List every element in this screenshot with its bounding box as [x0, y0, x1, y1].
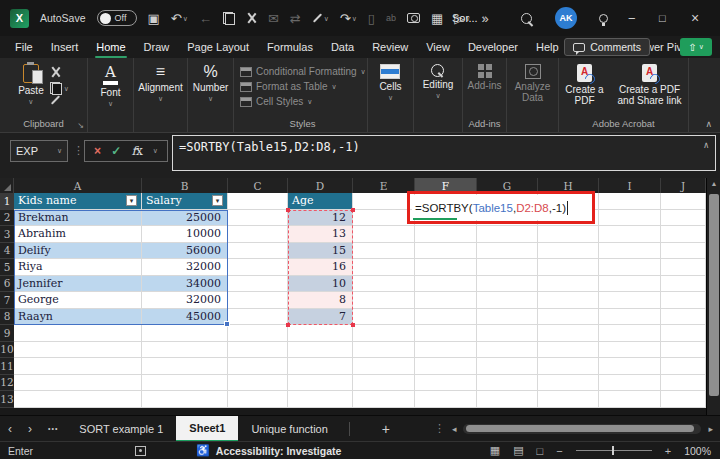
row-header-1[interactable]: 1	[0, 193, 14, 210]
cell-I2[interactable]	[599, 210, 661, 227]
cell-J5[interactable]	[661, 259, 706, 276]
share-button[interactable]: ⇧ ∨	[680, 38, 712, 56]
cell-C9[interactable]	[228, 325, 288, 342]
save-icon[interactable]: ▣	[148, 12, 160, 25]
cell-D4[interactable]: 15	[288, 243, 353, 260]
cell-A6[interactable]: Jennifer	[14, 276, 142, 293]
column-header-G[interactable]: G	[477, 178, 538, 193]
cell-J13[interactable]	[661, 391, 706, 408]
row-header-6[interactable]: 6	[0, 276, 14, 293]
row-header-7[interactable]: 7	[0, 292, 14, 309]
next-sheet-icon[interactable]: ›	[20, 422, 40, 436]
row-header-13[interactable]: 13	[0, 391, 14, 408]
insert-function-icon[interactable]: fx	[131, 144, 142, 158]
cell-H1[interactable]	[538, 193, 599, 210]
column-header-I[interactable]: I	[599, 178, 661, 193]
cell-A13[interactable]	[14, 391, 142, 408]
cell-F6[interactable]	[415, 276, 477, 293]
cell-J10[interactable]	[661, 342, 706, 359]
sheet-view-icon[interactable]: ▦	[431, 12, 443, 25]
cell-J11[interactable]	[661, 358, 706, 375]
cell-E6[interactable]	[353, 276, 415, 293]
cell-H9[interactable]	[538, 325, 599, 342]
autosave-toggle[interactable]: Off	[97, 10, 137, 26]
cell-F3[interactable]	[415, 226, 477, 243]
cell-C1[interactable]	[228, 193, 288, 210]
cell-A4[interactable]: Delify	[14, 243, 142, 260]
row-header-4[interactable]: 4	[0, 243, 14, 260]
close-button[interactable]: ×	[691, 0, 699, 36]
cell-B11[interactable]	[142, 358, 228, 375]
cell-D6[interactable]: 10	[288, 276, 353, 293]
cell-F9[interactable]	[415, 325, 477, 342]
cell-I9[interactable]	[599, 325, 661, 342]
zoom-level[interactable]: 100%	[684, 445, 711, 457]
new-sheet-button[interactable]: +	[372, 421, 400, 437]
cell-J7[interactable]	[661, 292, 706, 309]
cell-A8[interactable]: Raayn	[14, 309, 142, 326]
row-header-5[interactable]: 5	[0, 259, 14, 276]
cell-J2[interactable]	[661, 210, 706, 227]
cell-D3[interactable]: 13	[288, 226, 353, 243]
zoom-slider-handle[interactable]	[612, 446, 615, 455]
cells-button[interactable]: Cells ∨	[379, 64, 401, 102]
prev-sheet-icon[interactable]: ‹	[0, 422, 20, 436]
cell-A5[interactable]: Riya	[14, 259, 142, 276]
cell-B13[interactable]	[142, 391, 228, 408]
cell-H6[interactable]	[538, 276, 599, 293]
row-header-3[interactable]: 3	[0, 226, 14, 243]
vertical-scrollbar[interactable]: ▲	[706, 178, 720, 415]
scrollbar-splitter[interactable]: ⋮	[434, 422, 445, 435]
cell-A1[interactable]: Kids name▾	[14, 193, 142, 210]
cell-H3[interactable]	[538, 226, 599, 243]
cell-A10[interactable]	[14, 342, 142, 359]
cell-E11[interactable]	[353, 358, 415, 375]
cell-A7[interactable]: George	[14, 292, 142, 309]
cell-C8[interactable]	[228, 309, 288, 326]
cell-E12[interactable]	[353, 375, 415, 392]
row-header-8[interactable]: 8	[0, 309, 14, 326]
cell-J6[interactable]	[661, 276, 706, 293]
undo-icon[interactable]: ↶∨	[171, 12, 188, 25]
row-header-10[interactable]: 10	[0, 342, 14, 359]
cell-B9[interactable]	[142, 325, 228, 342]
cell-H7[interactable]	[538, 292, 599, 309]
cell-J1[interactable]	[661, 193, 706, 210]
cell-C2[interactable]	[228, 210, 288, 227]
cell-G3[interactable]	[477, 226, 538, 243]
cell-D8[interactable]: 7	[288, 309, 353, 326]
row-header-2[interactable]: 2	[0, 210, 14, 227]
row-header-12[interactable]: 12	[0, 375, 14, 392]
cell-H12[interactable]	[538, 375, 599, 392]
name-box-splitter[interactable]: ⋮	[73, 144, 84, 157]
cell-F2[interactable]	[415, 210, 477, 227]
horizontal-scrollbar[interactable]	[463, 424, 701, 434]
cell-I7[interactable]	[599, 292, 661, 309]
cell-J4[interactable]	[661, 243, 706, 260]
page-break-view-icon[interactable]: □	[537, 445, 544, 457]
paste-button[interactable]: Paste ∨	[18, 64, 44, 106]
cell-F5[interactable]	[415, 259, 477, 276]
scroll-left-icon[interactable]: ◂	[452, 424, 457, 434]
row-header-9[interactable]: 9	[0, 325, 14, 342]
cell-G9[interactable]	[477, 325, 538, 342]
zoom-in-button[interactable]: +	[665, 445, 671, 457]
cell-H8[interactable]	[538, 309, 599, 326]
cell-B6[interactable]: 34000	[142, 276, 228, 293]
macro-record-icon[interactable]	[135, 446, 146, 456]
cell-C5[interactable]	[228, 259, 288, 276]
cell-I3[interactable]	[599, 226, 661, 243]
tab-help[interactable]: Help	[527, 38, 568, 58]
cell-G5[interactable]	[477, 259, 538, 276]
cell-D1[interactable]: Age	[288, 193, 353, 210]
filter-button-kids-name[interactable]: ▾	[126, 195, 137, 206]
vertical-scrollbar-thumb[interactable]	[709, 194, 719, 396]
sheet-tab-unique-function[interactable]: Unique function	[238, 416, 340, 442]
name-box[interactable]: EXP ∨	[10, 140, 68, 162]
tab-draw[interactable]: Draw	[135, 38, 179, 58]
column-header-E[interactable]: E	[353, 178, 415, 193]
cell-B7[interactable]: 32000	[142, 292, 228, 309]
cell-B10[interactable]	[142, 342, 228, 359]
filter-button-salary[interactable]: ▾	[212, 195, 223, 206]
cell-E5[interactable]	[353, 259, 415, 276]
